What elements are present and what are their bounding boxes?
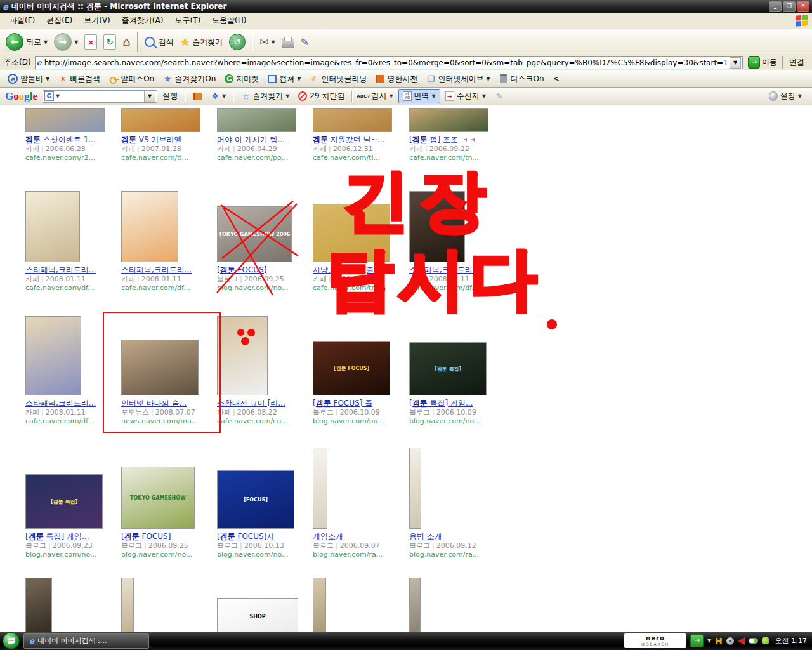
result-thumbnail[interactable] <box>313 204 390 262</box>
result-thumbnail[interactable] <box>217 108 296 132</box>
settings-dropdown-icon[interactable]: ▼ <box>798 93 802 99</box>
result-thumbnail[interactable] <box>409 448 421 529</box>
result-title-link[interactable]: 소환대전 큐미 [리... <box>217 398 312 408</box>
altoolbar-menu-button[interactable]: e 알툴바 ▼ <box>4 72 53 86</box>
forward-button[interactable]: → ▼ <box>51 32 81 52</box>
result-thumbnail[interactable] <box>409 578 421 632</box>
menu-file[interactable]: 파일(F) <box>4 13 41 28</box>
gmarket-button[interactable]: G 지마켓 <box>221 72 263 86</box>
result-title-link[interactable]: 스타패닉,크리트리... <box>409 265 504 275</box>
tray-pill-icon[interactable] <box>749 638 758 644</box>
internet-save-button[interactable]: ❐ 인터넷세이브 ▼ <box>422 72 494 86</box>
nero-search-deskband[interactable]: nero @SEARCH <box>624 633 686 648</box>
result-thumbnail[interactable] <box>409 191 465 262</box>
highlighter-button[interactable]: ✎ <box>491 91 508 102</box>
result-title-link[interactable]: 게임소개 <box>313 531 408 541</box>
result-title-link[interactable]: [겜툰 특집] 게임... <box>25 531 121 541</box>
result-title-link[interactable]: 겜툰 VS 가브리엘 <box>121 135 216 145</box>
tray-volume-icon[interactable] <box>726 637 734 645</box>
google-favorites-dropdown-icon[interactable]: ▼ <box>285 93 289 99</box>
menu-favorites[interactable]: 즐겨찾기(A) <box>116 13 169 28</box>
menu-view[interactable]: 보기(V) <box>78 13 116 28</box>
back-dropdown-icon[interactable]: ▼ <box>44 39 48 45</box>
mail-button[interactable]: ✉ ▼ <box>256 34 278 50</box>
stop-button[interactable]: × <box>81 33 100 51</box>
result-thumbnail[interactable] <box>121 340 199 395</box>
refresh-button[interactable]: ↻ <box>100 33 119 51</box>
result-title-link[interactable]: [겜툰 FOCUS] 즐 <box>313 398 408 408</box>
quick-search-button[interactable]: ✳ 빠른검색 <box>55 72 104 86</box>
send-to-button[interactable]: → 수신자 ▼ <box>442 90 490 103</box>
toolbar-overflow-chevron[interactable]: < <box>549 73 563 84</box>
result-title-link[interactable]: [겜툰 FOCUS]지 <box>217 531 312 541</box>
google-search-history-icon[interactable]: ▼ <box>144 91 155 102</box>
favorites-button[interactable]: ★ 즐겨찾기 <box>177 34 226 50</box>
menu-edit[interactable]: 편집(E) <box>41 13 78 28</box>
dictionary-button[interactable]: 영한사전 <box>372 72 421 86</box>
result-thumbnail[interactable] <box>25 316 81 395</box>
print-button[interactable] <box>278 35 298 50</box>
minimize-button[interactable]: _ <box>769 1 782 12</box>
translate-dropdown-icon[interactable]: ▼ <box>432 93 436 99</box>
altoolbar-dropdown-icon[interactable]: ▼ <box>46 76 49 82</box>
result-title-link[interactable]: [겜툰 FOCUS] <box>121 531 216 541</box>
result-title-link[interactable]: [겜툰 FOCUS] <box>217 265 312 275</box>
favorites-on-button[interactable]: ★ 즐겨찾기On <box>159 72 219 86</box>
result-thumbnail[interactable] <box>25 108 105 132</box>
result-thumbnail[interactable] <box>25 578 52 632</box>
result-thumbnail[interactable] <box>25 191 80 262</box>
taskbar-task-button[interactable]: e 네이버 이미지검색 :... <box>23 633 149 649</box>
address-input[interactable]: e http://image.search.naver.com/search.n… <box>35 56 743 69</box>
result-title-link[interactable]: 스타패닉,크리트리... <box>25 398 121 408</box>
forward-dropdown-icon[interactable]: ▼ <box>74 39 78 45</box>
result-thumbnail[interactable]: [겜툰 특집] <box>409 342 487 395</box>
close-button[interactable]: ✕ <box>797 1 809 12</box>
tray-green-icon[interactable] <box>762 637 769 644</box>
mail-dropdown-icon[interactable]: ▼ <box>272 39 275 45</box>
result-title-link[interactable]: 용병 소개 <box>409 531 504 541</box>
edit-button[interactable]: ✎ <box>298 35 312 50</box>
google-search-dropdown-icon[interactable]: ▼ <box>56 93 60 99</box>
restore-button[interactable]: ❐ <box>783 1 796 12</box>
result-thumbnail[interactable] <box>313 578 326 632</box>
google-run-button[interactable]: 실행 <box>159 90 181 103</box>
bookmarks-dropdown-icon[interactable]: ▼ <box>222 93 226 99</box>
result-thumbnail[interactable]: SHOP <box>217 598 298 632</box>
links-label[interactable]: 연결 <box>782 56 809 69</box>
popup-blocker-button[interactable]: 29 차단됨 <box>294 90 348 103</box>
result-title-link[interactable]: 겜툰 스샷이벤트 1... <box>25 135 121 145</box>
alpass-button[interactable]: 알패스On <box>105 72 158 86</box>
go-button[interactable]: → 이동 <box>745 56 780 69</box>
internet-save-dropdown-icon[interactable]: ▼ <box>486 76 490 82</box>
result-title-link[interactable]: 스타패닉,크리트리... <box>25 265 121 275</box>
result-title-link[interactable]: 겜툰 지원갔던 날~... <box>313 135 408 145</box>
result-thumbnail[interactable] <box>313 448 327 529</box>
result-thumbnail[interactable]: [FOCUS] <box>217 470 294 529</box>
google-favorites-button[interactable]: ☆ 즐겨찾기 ▼ <box>237 90 293 103</box>
tray-speaker-icon[interactable] <box>738 637 745 645</box>
start-button[interactable] <box>3 632 20 649</box>
result-title-link[interactable]: 사냥꾼 육성법 (출... <box>313 265 408 275</box>
home-button[interactable]: ⌂ <box>119 33 134 51</box>
translate-button[interactable]: aï7ö 번역 ▼ <box>398 89 440 103</box>
spellcheck-dropdown-icon[interactable]: ▼ <box>389 93 393 99</box>
result-title-link[interactable]: [겜툰 펌] 조조 ㅋㅋ <box>409 135 504 145</box>
result-thumbnail[interactable] <box>121 191 178 262</box>
tray-h-icon[interactable]: H <box>715 636 723 646</box>
result-title-link[interactable]: 인터넷 바다의 숨... <box>121 398 216 408</box>
back-button[interactable]: ← 뒤로 ▼ <box>3 32 51 52</box>
menu-tools[interactable]: 도구(T) <box>169 13 206 28</box>
deskband-dropdown-icon[interactable]: ▼ <box>707 638 711 644</box>
result-thumbnail[interactable] <box>313 108 392 132</box>
result-thumbnail[interactable]: [겜툰 FOCUS] <box>313 341 390 395</box>
search-button[interactable]: 검색 <box>141 36 177 49</box>
result-thumbnail[interactable]: [겜툰 특집] <box>25 474 103 529</box>
address-dropdown-icon[interactable]: ▼ <box>730 57 741 69</box>
result-title-link[interactable]: 스타패닉,크리트리... <box>121 265 216 275</box>
result-thumbnail[interactable]: TOKYO GAMESHOW <box>121 467 195 529</box>
google-search-input[interactable]: G ▼ ▼ <box>43 90 157 103</box>
google-bookmarks-button[interactable]: ❖ ▼ <box>207 91 230 102</box>
result-title-link[interactable]: [겜툰 특집] 게임... <box>409 398 504 408</box>
result-thumbnail[interactable] <box>217 316 268 395</box>
google-settings-button[interactable]: 설정 ▼ <box>765 90 806 103</box>
